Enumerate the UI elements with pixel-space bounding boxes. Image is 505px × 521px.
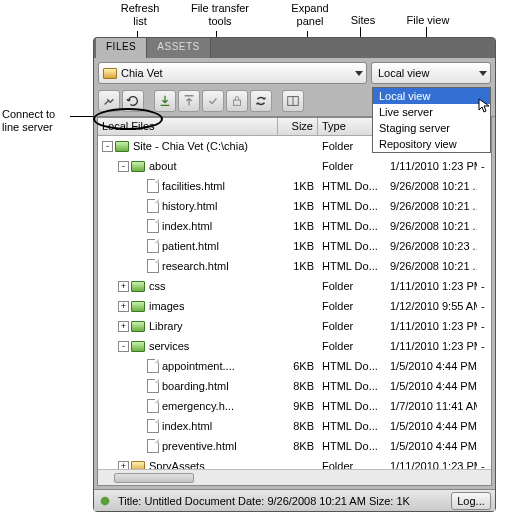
table-row[interactable]: +cssFolder1/11/2010 1:23 PM-: [98, 276, 491, 296]
view-dropdown[interactable]: Local view Live server Staging server Re…: [372, 87, 491, 153]
upload-icon: [182, 94, 196, 108]
horizontal-scrollbar[interactable]: [98, 469, 491, 485]
document-icon: [147, 439, 159, 453]
tab-files[interactable]: FILES: [96, 38, 147, 58]
cell-type: Folder: [318, 300, 386, 312]
table-row[interactable]: -servicesFolder1/11/2010 1:23 PM-: [98, 336, 491, 356]
table-row[interactable]: +imagesFolder1/12/2010 9:55 AM-: [98, 296, 491, 316]
cell-mod: 1/5/2010 4:44 PM: [386, 420, 477, 432]
collapse-icon[interactable]: -: [118, 341, 129, 352]
chevron-down-icon: [355, 71, 363, 76]
folder-icon: [131, 341, 145, 352]
refresh-button[interactable]: [122, 90, 144, 112]
plug-icon: [102, 94, 116, 108]
file-name: emergency.h...: [162, 400, 234, 412]
folder-icon: [131, 321, 145, 332]
table-row[interactable]: -aboutFolder1/11/2010 1:23 PM-: [98, 156, 491, 176]
cell-type: Folder: [318, 160, 386, 172]
table-row[interactable]: emergency.h...9KBHTML Do...1/7/2010 11:4…: [98, 396, 491, 416]
download-icon: [158, 94, 172, 108]
twisty-spacer: [134, 421, 145, 432]
cell-size: 8KB: [278, 440, 318, 452]
col-header-size[interactable]: Size: [278, 118, 318, 135]
table-row[interactable]: appointment....6KBHTML Do...1/5/2010 4:4…: [98, 356, 491, 376]
col-header-name[interactable]: Local Files: [98, 118, 278, 135]
file-list-body[interactable]: -Site - Chia Vet (C:\chia)Folder1/12/201…: [98, 136, 491, 469]
file-name: preventive.html: [162, 440, 237, 452]
site-name: Chia Vet: [121, 67, 163, 79]
table-row[interactable]: facilities.html1KBHTML Do...9/26/2008 10…: [98, 176, 491, 196]
collapse-icon[interactable]: -: [102, 141, 113, 152]
svg-rect-0: [234, 100, 241, 105]
folder-icon: [103, 68, 117, 79]
annotation-connect: Connect toline server: [2, 108, 90, 134]
cell-size: 6KB: [278, 360, 318, 372]
connect-button[interactable]: [98, 90, 120, 112]
annotation-refresh: Refreshlist: [110, 2, 170, 28]
table-row[interactable]: index.html1KBHTML Do...9/26/2008 10:21 .…: [98, 216, 491, 236]
dropdown-item[interactable]: Local view: [373, 88, 490, 104]
status-text: Title: Untitled Document Date: 9/26/2008…: [118, 495, 445, 507]
cell-type: HTML Do...: [318, 380, 386, 392]
cell-type: HTML Do...: [318, 180, 386, 192]
table-row[interactable]: index.html8KBHTML Do...1/5/2010 4:44 PM: [98, 416, 491, 436]
cell-check: -: [477, 160, 491, 172]
put-button[interactable]: [178, 90, 200, 112]
twisty-spacer: [134, 241, 145, 252]
log-button[interactable]: Log...: [451, 492, 491, 510]
sync-button[interactable]: [250, 90, 272, 112]
document-icon: [147, 219, 159, 233]
cell-type: HTML Do...: [318, 220, 386, 232]
cell-size: 1KB: [278, 240, 318, 252]
document-icon: [147, 239, 159, 253]
expand-icon[interactable]: +: [118, 461, 129, 470]
tab-assets[interactable]: ASSETS: [147, 38, 210, 58]
get-button[interactable]: [154, 90, 176, 112]
dropdown-item[interactable]: Repository view: [373, 136, 490, 152]
table-row[interactable]: +LibraryFolder1/11/2010 1:23 PM-: [98, 316, 491, 336]
cell-check: -: [477, 320, 491, 332]
cell-size: 1KB: [278, 220, 318, 232]
file-name: appointment....: [162, 360, 235, 372]
table-row[interactable]: patient.html1KBHTML Do...9/26/2008 10:23…: [98, 236, 491, 256]
annotation-fileview: File view: [398, 14, 458, 27]
cell-mod: 9/26/2008 10:23 ...: [386, 240, 477, 252]
expand-icon[interactable]: +: [118, 301, 129, 312]
file-name: patient.html: [162, 240, 219, 252]
scrollbar-thumb[interactable]: [114, 473, 194, 483]
dropdown-item[interactable]: Live server: [373, 104, 490, 120]
table-row[interactable]: research.html1KBHTML Do...9/26/2008 10:2…: [98, 256, 491, 276]
table-row[interactable]: preventive.html8KBHTML Do...1/5/2010 4:4…: [98, 436, 491, 456]
files-panel: FILES ASSETS Chia Vet Local view: [93, 37, 496, 512]
expand-icon[interactable]: +: [118, 321, 129, 332]
cell-type: HTML Do...: [318, 360, 386, 372]
dropdown-item[interactable]: Staging server: [373, 120, 490, 136]
table-row[interactable]: history.html1KBHTML Do...9/26/2008 10:21…: [98, 196, 491, 216]
cell-mod: 1/5/2010 4:44 PM: [386, 380, 477, 392]
table-row[interactable]: boarding.html8KBHTML Do...1/5/2010 4:44 …: [98, 376, 491, 396]
checkin-button[interactable]: [226, 90, 248, 112]
collapse-icon[interactable]: -: [118, 161, 129, 172]
cell-mod: 1/5/2010 4:44 PM: [386, 360, 477, 372]
folder-icon: [131, 281, 145, 292]
view-selector[interactable]: Local view: [371, 62, 491, 84]
document-icon: [147, 359, 159, 373]
svg-point-3: [101, 496, 110, 505]
file-name: images: [149, 300, 184, 312]
document-icon: [147, 419, 159, 433]
table-row[interactable]: +SpryAssetsFolder1/11/2010 1:23 PM-: [98, 456, 491, 469]
file-name: css: [149, 280, 166, 292]
folder-icon: [131, 461, 145, 470]
expand-icon[interactable]: +: [118, 281, 129, 292]
twisty-spacer: [134, 221, 145, 232]
site-selector[interactable]: Chia Vet: [98, 62, 367, 84]
cell-check: -: [477, 340, 491, 352]
expand-icon: [286, 94, 300, 108]
expand-panel-button[interactable]: [282, 90, 304, 112]
panel-tab-bar: FILES ASSETS: [94, 38, 495, 58]
file-name: index.html: [162, 220, 212, 232]
checkout-button[interactable]: [202, 90, 224, 112]
cell-mod: 1/7/2010 11:41 AM: [386, 400, 477, 412]
annotation-transfer: File transfertools: [180, 2, 260, 28]
cell-mod: 1/11/2010 1:23 PM: [386, 280, 477, 292]
